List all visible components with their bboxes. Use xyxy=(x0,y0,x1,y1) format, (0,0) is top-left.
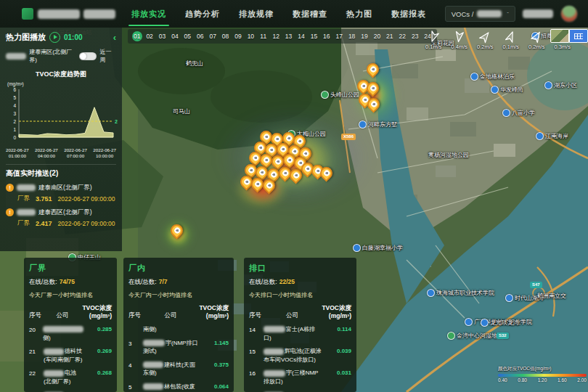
col-no: 序号 xyxy=(249,311,264,320)
company-redacted xyxy=(143,362,163,368)
online-count: 22/25 xyxy=(279,278,295,285)
tvoc-value: 0.375 xyxy=(200,361,229,369)
company-cell: 侧) xyxy=(43,325,84,342)
table-row[interactable]: 20侧)0.285 xyxy=(29,325,112,342)
map-place-label: 江南海岸 xyxy=(536,132,568,140)
wind-arrow-icon xyxy=(425,29,441,45)
chevron-down-icon: ˇ xyxy=(507,11,509,17)
company-redacted xyxy=(17,209,36,216)
alert-type: 厂界 xyxy=(17,219,30,228)
station-prefix-redacted xyxy=(6,53,26,60)
svg-text:2: 2 xyxy=(115,119,118,124)
poi-icon xyxy=(505,294,513,302)
timeline-hour[interactable]: 23 xyxy=(410,33,420,40)
divider xyxy=(6,164,116,165)
alert-item[interactable]: !建泰西区(北侧厂界)厂界2.4172022-06-27 09:00:00 xyxy=(6,208,116,228)
nav-tab[interactable]: 趋势分析 xyxy=(185,9,220,20)
timeline-hour[interactable]: 19 xyxy=(359,33,369,40)
online-label: 在线/总数: xyxy=(249,278,277,285)
map-place-label: 白藤湖幸福小学 xyxy=(353,244,403,252)
company-cell: 富士(A栋排口) xyxy=(264,325,322,342)
table-row[interactable]: 南侧) xyxy=(128,325,229,334)
nav-tab[interactable]: 热力图 xyxy=(346,9,372,20)
high-value-alerts: !建泰南区(北侧厂界)厂界3.7512022-06-27 09:00:00!建泰… xyxy=(6,184,116,228)
timeline-hour[interactable]: 03 xyxy=(158,33,168,40)
alert-time: 2022-06-27 09:00:00 xyxy=(58,220,115,227)
company-redacted xyxy=(17,184,36,191)
nav-tab[interactable]: 数据报表 xyxy=(391,9,426,20)
map-place-label: 金地格林泊乐 xyxy=(470,73,515,81)
pollutant-select[interactable]: VOCs / ˇ xyxy=(445,6,515,22)
play-button[interactable] xyxy=(49,32,60,43)
timeline-hour[interactable]: 21 xyxy=(385,33,395,40)
wind-indicators: 0.1m/s0.4m/s0.2m/s0.1m/s0.2m/s0.3m/s xyxy=(425,30,571,50)
app-logo-icon xyxy=(22,8,33,20)
boundary-panel-title: 厂界 xyxy=(29,263,112,274)
timeline-hour[interactable]: 15 xyxy=(309,33,319,40)
heatmap-playback-panel: 热力图播放 01:00 ‹ 建泰南区(北侧厂界) 近一周 TVOC浓度趋势图 (… xyxy=(0,28,122,251)
timeline-hour[interactable]: 10 xyxy=(245,33,256,40)
company-cell: 辉电池(正极涂布车间VOCs排放口) xyxy=(264,347,322,364)
table-row[interactable]: 22电池(北侧厂界)0.268 xyxy=(29,369,112,385)
app-subtitle-redacted xyxy=(83,9,115,19)
rank-title: 今天厂内一小时均值排名 xyxy=(128,291,229,299)
timeline-hour[interactable]: 06 xyxy=(195,33,205,40)
x-tick-label: 2022-06-27 10:00:00 xyxy=(93,147,116,159)
timeline-hour[interactable]: 07 xyxy=(208,33,218,40)
table-row[interactable]: 5林包装(收废车间门口)0.064 xyxy=(128,383,229,392)
timeline-hour[interactable]: 18 xyxy=(347,33,357,40)
timeline-hour[interactable]: 22 xyxy=(397,33,407,40)
poi-icon xyxy=(470,73,478,81)
svg-text:4: 4 xyxy=(13,103,16,108)
timeline-hour[interactable]: 09 xyxy=(233,33,243,40)
wind-speed: 0.3m/s xyxy=(554,44,571,50)
timeline-hour[interactable]: 02 xyxy=(144,33,155,40)
timeline-hour[interactable]: 11 xyxy=(258,33,269,40)
table-row[interactable]: 3宇(NMP排口测试)1.145 xyxy=(128,339,229,356)
map-roadnet-button[interactable] xyxy=(569,29,588,43)
wind-arrow-icon xyxy=(503,28,519,44)
boundary-rows: 20侧)0.28521德科技(车间南侧厂界)0.26922电池(北侧厂界)0.2… xyxy=(29,325,112,392)
timeline-hour[interactable]: 14 xyxy=(296,33,306,40)
svg-text:0: 0 xyxy=(13,135,16,140)
table-row[interactable]: 14富士(A栋排口)0.114 xyxy=(249,325,351,342)
timeline-hour[interactable]: 01 xyxy=(132,31,142,41)
tvoc-trend-chart: 01234562 xyxy=(6,86,118,146)
nav-tab[interactable]: 数据稽查 xyxy=(293,9,327,20)
col-value: TVOC浓度(mg/m³) xyxy=(321,304,351,320)
wind-indicator: 0.2m/s xyxy=(528,30,545,50)
map-place-label: 八亩小学 xyxy=(502,109,535,117)
wind-speed: 0.1m/s xyxy=(502,44,519,50)
wind-speed: 0.4m/s xyxy=(451,44,467,50)
nav-tab[interactable]: 排放规律 xyxy=(239,9,274,20)
timeline-hour[interactable]: 13 xyxy=(284,33,294,40)
timeline-hour[interactable]: 12 xyxy=(271,33,281,40)
svg-text:3: 3 xyxy=(13,111,16,116)
nav-tab[interactable]: 排放实况 xyxy=(131,9,166,20)
app-title-redacted xyxy=(38,9,80,19)
table-row[interactable]: 15辉电池(正极涂布车间VOCs排放口)0.039 xyxy=(249,347,351,364)
table-row[interactable]: 16宇(三楼NMP排放口)0.031 xyxy=(249,369,351,385)
timeline-hour[interactable]: 05 xyxy=(182,33,192,40)
topbar-right: VOCs / ˇ xyxy=(445,5,578,23)
color-legend: 颜色对应TVOC值(mg/m³) 0.400.801.201.602.00 xyxy=(498,366,587,383)
timeline-hour[interactable]: 20 xyxy=(372,33,382,40)
table-row[interactable]: 21德科技(车间南侧厂界)0.269 xyxy=(29,347,112,364)
table-row[interactable]: 4建科技(天面东侧)0.375 xyxy=(128,361,229,377)
range-toggle[interactable] xyxy=(79,52,97,60)
alert-item[interactable]: !建泰南区(北侧厂界)厂界3.7512022-06-27 09:00:00 xyxy=(6,184,116,203)
hour-timeline: 0102030405060708091011121314151617181920… xyxy=(128,29,437,44)
timeline-hour[interactable]: 16 xyxy=(322,33,332,40)
user-avatar[interactable] xyxy=(560,5,578,23)
col-company: 公司 xyxy=(44,311,81,320)
map-satellite-button[interactable] xyxy=(550,29,569,43)
warning-icon: ! xyxy=(6,184,14,192)
company-cell: 宇(三楼NMP排放口) xyxy=(264,369,322,385)
timeline-hour[interactable]: 17 xyxy=(334,33,344,40)
collapse-chevron-icon[interactable]: ‹ xyxy=(113,34,116,41)
timeline-hour[interactable]: 08 xyxy=(221,33,231,40)
svg-text:1: 1 xyxy=(13,127,16,132)
infactory-panel: 厂内 在线/总数:7/7 今天厂内一小时均值排名 序号 公司 TVOC浓度(mg… xyxy=(123,258,234,392)
timeline-hour[interactable]: 04 xyxy=(170,33,180,40)
col-no: 序号 xyxy=(128,311,143,320)
